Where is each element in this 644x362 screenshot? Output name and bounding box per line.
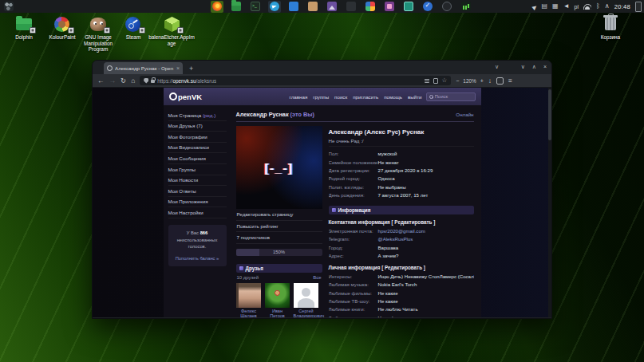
edit-contact-link[interactable]: [ Редактировать ] [392, 219, 436, 225]
contact-row: Адрес:А зачем? [329, 251, 474, 259]
page-viewport: penVK главная группы поиск пригласить по… [93, 88, 551, 317]
telegram-tray-icon[interactable]: ▶ [531, 3, 539, 10]
wifi-icon[interactable] [583, 3, 591, 10]
volume-icon[interactable]: ◄ [563, 3, 570, 10]
email-link[interactable]: hpsr2020@gmail.com [378, 228, 425, 234]
account-icon[interactable] [496, 77, 504, 85]
browser-tab[interactable]: Александр Руснак - Open × [104, 62, 183, 74]
personal-row: Интересы:Ищю Дичь) Ненавижу СтопЛамерс (… [329, 272, 474, 280]
screen-cast-icon[interactable]: ▦ [552, 3, 559, 10]
sidebar-item-groups[interactable]: Мои Группы [168, 164, 227, 175]
menu-icon[interactable]: ≡ [508, 77, 512, 85]
info-section-header: Информация [329, 206, 474, 214]
taskbar-blue-app[interactable] [287, 1, 300, 13]
lock-icon[interactable] [151, 80, 155, 83]
page-scrollbar[interactable] [548, 88, 551, 317]
tray-expand-icon[interactable]: ∧ [605, 3, 610, 10]
edit-personal-link[interactable]: [ Редактировать ] [381, 265, 425, 270]
sidebar-item-messages[interactable]: Мои Сообщения [168, 153, 227, 164]
zoom-out-button[interactable]: − [456, 78, 459, 84]
close-button[interactable]: × [543, 64, 547, 70]
taskbar-package-app[interactable] [306, 1, 319, 13]
nav-help-link[interactable]: помощь [384, 94, 402, 100]
nav-groups-link[interactable]: группы [313, 94, 329, 100]
openvk-logo[interactable]: penVK [169, 92, 203, 101]
url-path: /aleksrus [196, 78, 217, 84]
contact-row: Город:Варшава [329, 243, 474, 251]
online-status-link[interactable]: Онлайн [456, 112, 473, 117]
friends-all-link[interactable]: Все [313, 275, 321, 280]
sidebar-item-answers[interactable]: Мои Ответы [168, 186, 227, 197]
search-input[interactable] [435, 94, 472, 99]
page-title-row: Александр Руснак (это Вы) Онлайн [236, 109, 474, 122]
desktop-icon-trash[interactable]: Корзина [588, 16, 633, 41]
list-tabs-icon[interactable]: ∨ [495, 64, 499, 70]
taskbar-wheel-app[interactable] [441, 1, 453, 13]
taskbar-dark-app[interactable] [345, 1, 358, 13]
friend-item[interactable]: Сергей Владимирович [294, 283, 319, 318]
clock[interactable]: 20:48 [614, 3, 630, 10]
profile-avatar[interactable]: [-_-] [236, 126, 322, 209]
taskbar-settings-app[interactable] [364, 1, 377, 13]
nav-logout-link[interactable]: выйти [408, 94, 421, 100]
friend-item[interactable]: Феликс Шалаев [236, 283, 262, 318]
telegram-link[interactable]: @AleksRusPlus [378, 236, 413, 242]
contact-row: Электронная почта:hpsr2020@gmail.com [329, 226, 474, 234]
home-button[interactable]: ⌂ [131, 77, 135, 85]
taskbar-media-app[interactable] [383, 1, 396, 13]
sidebar-item-my-page[interactable]: Моя Страница (ред.) [168, 110, 227, 121]
taskbar-check-app[interactable] [421, 1, 434, 13]
nav-search-link[interactable]: поиск [334, 94, 347, 100]
taskbar-chart-app[interactable] [460, 1, 472, 13]
taskbar-dolphin[interactable] [230, 1, 243, 13]
peek-desktop-button[interactable] [635, 2, 642, 12]
wheel-app-icon [442, 2, 452, 11]
sidebar-item-photos[interactable]: Мои Фотографии [168, 132, 227, 143]
zoom-level[interactable]: 120% [463, 78, 476, 84]
sidebar-item-videos[interactable]: Мои Видеозаписи [168, 143, 227, 154]
taskbar-konsole[interactable] [249, 1, 262, 13]
taskbar-telegram[interactable] [268, 1, 281, 13]
friend-item[interactable]: Иван Петров [265, 283, 290, 318]
address-bar[interactable]: https://openvk.su/aleksrus ☆ [140, 76, 451, 85]
sidebar-item-apps[interactable]: Мои Приложения [168, 197, 227, 208]
keyboard-layout-indicator[interactable]: pl [575, 4, 579, 10]
openvk-header: penVK главная группы поиск пригласить по… [164, 88, 481, 105]
sidebar-item-friends[interactable]: Мои Друзья (7) [168, 121, 227, 132]
nav-invite-link[interactable]: пригласить [353, 94, 378, 100]
taskbar-display-app[interactable] [402, 1, 415, 13]
taskbar-gallery-app[interactable] [326, 1, 338, 13]
tab-close-icon[interactable]: × [176, 65, 180, 71]
taskbar-firefox[interactable] [211, 1, 223, 13]
new-tab-button[interactable]: + [189, 65, 193, 73]
bluetooth-icon[interactable]: ᛒ [596, 3, 600, 10]
shortcut-badge [30, 27, 36, 33]
scrollbar-thumb[interactable] [548, 89, 551, 140]
tracking-shield-icon[interactable] [144, 78, 148, 84]
zoom-in-button[interactable]: + [480, 78, 484, 84]
forward-button[interactable]: → [109, 77, 117, 85]
bookmark-star-icon[interactable]: ☆ [442, 77, 448, 84]
edit-page-link[interactable]: (ред.) [203, 112, 215, 118]
raise-rating-link[interactable]: Повысить рейтинг [236, 221, 322, 233]
back-button[interactable]: ← [97, 77, 105, 85]
sidebar-item-settings[interactable]: Мои Настройки [168, 207, 227, 218]
followers-link[interactable]: 7 подписчиков [236, 232, 322, 244]
nav-home-link[interactable]: главная [290, 94, 308, 100]
downloads-icon[interactable]: ↓ [488, 77, 492, 85]
edit-profile-link[interactable]: Редактировать страницу [236, 209, 322, 221]
translate-icon[interactable] [433, 78, 438, 84]
minimize-button[interactable]: ∨ [521, 64, 525, 70]
top-up-balance-link[interactable]: Пополнить баланс » [171, 255, 224, 262]
profile-status[interactable]: Не очень Рад :/ [329, 138, 474, 147]
reader-mode-icon[interactable] [425, 78, 429, 83]
maximize-button[interactable]: ∧ [532, 64, 536, 70]
sidebar-item-news[interactable]: Мои Новости [168, 175, 227, 187]
app-launcher-icon[interactable] [4, 2, 14, 11]
clipboard-icon[interactable]: ▤ [542, 3, 548, 10]
reload-button[interactable]: ↻ [121, 77, 126, 85]
site-search[interactable] [426, 92, 476, 101]
desktop-icon-balenaetcher[interactable]: balenaEtcher.AppImage [148, 16, 196, 46]
detail-row: День рождения:7 августа 2007, 15 лет [329, 191, 474, 199]
votes-box: У Вас 866 неиспользованных голосов. Попо… [168, 225, 227, 266]
